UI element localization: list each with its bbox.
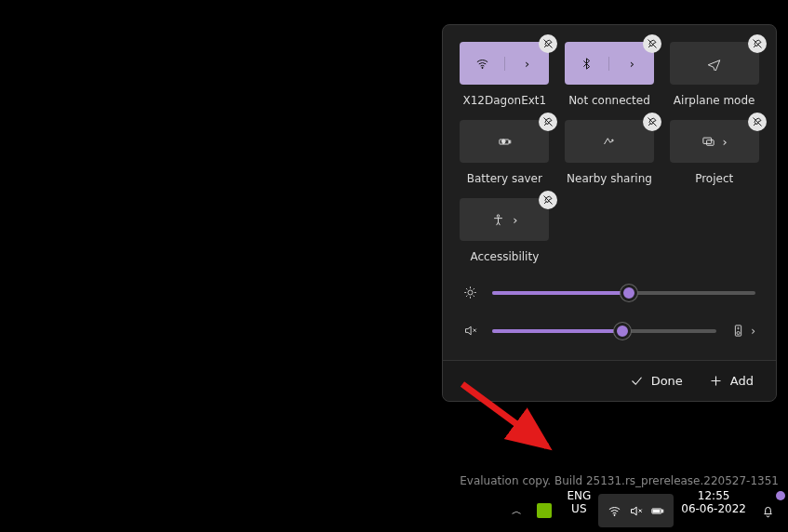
wifi-toggle[interactable] bbox=[460, 57, 505, 71]
airplane-unpin-button[interactable] bbox=[748, 34, 767, 53]
language-bottom: US bbox=[571, 502, 586, 515]
project-button[interactable]: › bbox=[670, 120, 759, 163]
done-button-label: Done bbox=[651, 374, 683, 388]
taskbar: ︿ ENG US 12:55 06-06-2022 bbox=[0, 489, 788, 532]
svg-point-10 bbox=[738, 327, 740, 329]
taskbar-time: 12:55 bbox=[698, 489, 730, 502]
volume-slider-row: › bbox=[463, 324, 755, 338]
bluetooth-icon bbox=[580, 57, 594, 71]
accessibility-button[interactable]: › bbox=[460, 198, 549, 241]
wifi-unpin-button[interactable] bbox=[539, 34, 557, 53]
accessibility-icon bbox=[491, 213, 505, 227]
battery-saver-label: Battery saver bbox=[467, 172, 542, 185]
quick-tiles-grid: ›X12DagonExt1›Not connectedAirplane mode… bbox=[460, 42, 759, 263]
project-label: Project bbox=[695, 172, 733, 185]
bluetooth-expand[interactable]: › bbox=[609, 57, 654, 71]
clock-button[interactable]: 12:55 06-06-2022 bbox=[674, 489, 754, 532]
unpin-icon bbox=[542, 194, 554, 206]
tile-bluetooth: ›Not connected bbox=[565, 42, 655, 107]
add-button[interactable]: Add bbox=[709, 374, 754, 388]
unpin-icon bbox=[542, 116, 554, 127]
chevron-right-icon: › bbox=[723, 135, 728, 149]
wifi-icon bbox=[475, 57, 489, 71]
chevron-right-icon: › bbox=[513, 213, 517, 227]
accessibility-unpin-button[interactable] bbox=[539, 191, 557, 209]
wifi-label: X12DagonExt1 bbox=[462, 94, 546, 107]
tile-accessibility: ›Accessibility bbox=[460, 198, 550, 263]
tray-overflow-button[interactable]: ︿ bbox=[504, 489, 529, 532]
sliders-section: › bbox=[460, 286, 759, 338]
tile-battery-saver: Battery saver bbox=[460, 120, 550, 185]
battery-saver-button[interactable] bbox=[460, 120, 549, 163]
quick-settings-panel: ›X12DagonExt1›Not connectedAirplane mode… bbox=[442, 24, 777, 402]
audio-output-chevron-icon[interactable]: › bbox=[751, 325, 755, 338]
bluetooth-label: Not connected bbox=[568, 94, 650, 107]
language-top: ENG bbox=[567, 489, 591, 502]
project-icon bbox=[701, 135, 715, 149]
volume-mute-status-icon bbox=[629, 504, 643, 518]
nearby-unpin-button[interactable] bbox=[643, 113, 661, 131]
unpin-icon bbox=[752, 38, 763, 49]
wifi-expand[interactable]: › bbox=[505, 57, 550, 71]
airplane-label: Airplane mode bbox=[674, 94, 755, 107]
svg-point-11 bbox=[614, 514, 615, 515]
brightness-slider[interactable] bbox=[492, 291, 755, 295]
svg-rect-14 bbox=[653, 510, 660, 512]
battery-saver-unpin-button[interactable] bbox=[539, 113, 557, 131]
tile-project: ›Project bbox=[669, 120, 759, 185]
add-button-label: Add bbox=[730, 374, 754, 388]
airplane-button[interactable] bbox=[670, 42, 759, 85]
svg-point-3 bbox=[612, 140, 613, 140]
svg-point-7 bbox=[468, 290, 473, 295]
volume-slider[interactable] bbox=[492, 329, 716, 333]
brightness-slider-row bbox=[463, 286, 755, 299]
nearby-label: Nearby sharing bbox=[567, 172, 652, 185]
notification-badge bbox=[776, 491, 785, 500]
chevron-right-icon: › bbox=[525, 57, 529, 71]
tile-nearby: Nearby sharing bbox=[565, 120, 655, 185]
language-indicator[interactable]: ENG US bbox=[559, 489, 598, 532]
nearby-button[interactable] bbox=[565, 120, 654, 163]
audio-output-icon[interactable] bbox=[731, 324, 745, 338]
taskbar-date: 06-06-2022 bbox=[681, 502, 746, 515]
battery-status-icon bbox=[650, 504, 664, 518]
nearby-icon bbox=[602, 135, 616, 149]
tile-wifi: ›X12DagonExt1 bbox=[460, 42, 550, 107]
svg-rect-13 bbox=[662, 510, 663, 512]
airplane-icon bbox=[707, 57, 721, 71]
unpin-icon bbox=[647, 116, 658, 127]
unpin-icon bbox=[542, 38, 554, 49]
accessibility-label: Accessibility bbox=[470, 250, 539, 263]
svg-point-6 bbox=[497, 214, 500, 217]
plus-icon bbox=[709, 374, 723, 388]
svg-point-0 bbox=[481, 67, 482, 68]
bluetooth-toggle[interactable] bbox=[565, 57, 610, 71]
unpin-icon bbox=[647, 38, 658, 49]
volume-mute-icon[interactable] bbox=[463, 324, 477, 338]
svg-point-9 bbox=[737, 331, 740, 334]
svg-rect-2 bbox=[509, 140, 510, 143]
evaluation-watermark: Evaluation copy. Build 25131.rs_prerelea… bbox=[460, 474, 779, 487]
wifi-button[interactable]: › bbox=[460, 42, 549, 85]
brightness-icon bbox=[463, 286, 477, 299]
battery-saver-icon bbox=[498, 135, 512, 149]
bluetooth-unpin-button[interactable] bbox=[643, 34, 661, 53]
chevron-up-icon: ︿ bbox=[512, 504, 522, 518]
notifications-button[interactable] bbox=[754, 489, 782, 532]
checkmark-icon bbox=[630, 374, 644, 388]
system-status-button[interactable] bbox=[598, 494, 674, 527]
project-unpin-button[interactable] bbox=[748, 113, 767, 131]
panel-footer: Done Add bbox=[443, 360, 776, 401]
unpin-icon bbox=[752, 116, 763, 127]
bluetooth-button[interactable]: › bbox=[565, 42, 654, 85]
chevron-right-icon: › bbox=[630, 57, 634, 71]
tile-airplane: Airplane mode bbox=[669, 42, 759, 107]
nvidia-tray-icon[interactable] bbox=[529, 489, 559, 532]
nvidia-icon bbox=[537, 503, 552, 518]
bell-icon bbox=[761, 504, 775, 518]
wifi-status-icon bbox=[608, 504, 621, 518]
done-button[interactable]: Done bbox=[630, 374, 683, 388]
svg-rect-5 bbox=[706, 140, 714, 145]
svg-rect-4 bbox=[702, 138, 711, 143]
